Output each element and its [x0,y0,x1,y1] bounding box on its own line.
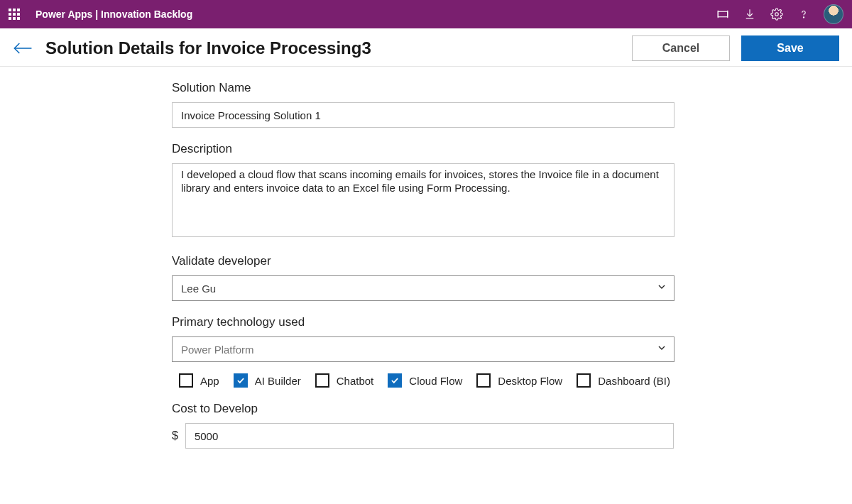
checkbox-chatbot[interactable]: Chatbot [315,373,374,388]
primary-tech-label: Primary technology used [172,315,682,329]
checkbox-dashboard-bi[interactable]: Dashboard (BI) [577,373,670,388]
validate-developer-label: Validate developer [172,254,682,268]
solution-name-input[interactable] [172,102,674,128]
svg-point-6 [803,17,804,18]
checkbox-label: Chatbot [337,375,374,387]
cost-to-develop-input[interactable] [185,423,674,449]
validate-developer-select[interactable]: Lee Gu [172,275,674,301]
svg-rect-0 [718,11,728,17]
cost-to-develop-label: Cost to Develop [172,402,682,416]
save-button[interactable]: Save [741,35,839,61]
tech-checkbox-row: App AI Builder Chatbot Cloud Flow De [172,373,682,388]
solution-name-label: Solution Name [172,81,682,95]
validate-developer-value: Lee Gu [181,283,216,295]
svg-point-5 [775,13,779,16]
app-top-bar: Power Apps | Innovation Backlog [0,0,852,28]
download-icon[interactable] [738,3,761,26]
checkbox-label: Desktop Flow [498,375,562,387]
checkbox-box [577,373,591,388]
form-area: Solution Name Description Validate devel… [0,67,682,449]
checkbox-box [476,373,491,388]
page-header: Solution Details for Invoice Processing3… [0,30,852,67]
checkbox-box [388,373,402,388]
cancel-button[interactable]: Cancel [632,35,730,61]
checkbox-desktop-flow[interactable]: Desktop Flow [476,373,562,388]
primary-tech-select[interactable]: Power Platform [172,336,674,362]
checkbox-app[interactable]: App [179,373,219,388]
app-title: Power Apps | Innovation Backlog [36,9,192,20]
checkbox-label: AI Builder [255,375,301,387]
checkbox-label: App [200,375,219,387]
avatar[interactable] [824,4,843,24]
top-bar-right [711,3,843,26]
help-icon[interactable] [792,3,815,26]
description-label: Description [172,142,682,156]
waffle-icon[interactable] [9,9,20,20]
page-title: Solution Details for Invoice Processing3 [45,38,371,58]
fit-to-screen-icon[interactable] [711,3,734,26]
back-arrow-icon[interactable] [13,41,33,55]
primary-tech-value: Power Platform [181,344,254,356]
checkbox-label: Dashboard (BI) [598,375,670,387]
checkbox-box [179,373,193,388]
checkbox-label: Cloud Flow [409,375,462,387]
currency-symbol: $ [172,429,178,442]
gear-icon[interactable] [765,3,788,26]
description-textarea[interactable] [172,163,674,237]
checkbox-cloud-flow[interactable]: Cloud Flow [388,373,462,388]
checkbox-box [234,373,248,388]
checkbox-box [315,373,329,388]
checkbox-ai-builder[interactable]: AI Builder [234,373,301,388]
